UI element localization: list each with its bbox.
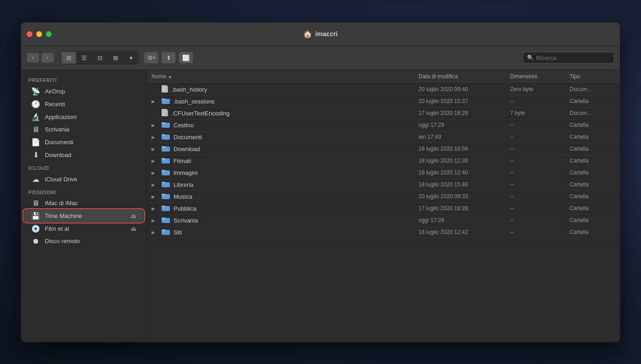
sidebar-item-download[interactable]: ⬇ Download [24,149,144,161]
svg-rect-19 [162,194,165,196]
eject-button-time-machine[interactable]: ⏏ [130,212,136,219]
minimize-button[interactable] [36,31,42,37]
file-row[interactable]: .CFUserTextEncoding17 luglio 2020 18:287… [147,108,620,120]
file-row[interactable]: .bash_history20 luglio 2020 09:40Zero by… [147,84,620,96]
sidebar-item-documenti[interactable]: 📄 Documenti [24,136,144,148]
sidebar-item-disco-remoto[interactable]: ⏺ Disco remoto [24,235,144,247]
svg-rect-15 [162,170,165,172]
expand-arrow-icon[interactable]: ▶ [152,99,158,104]
tag-button[interactable]: ⬜ [179,52,193,64]
expand-arrow-icon[interactable]: ▶ [152,123,158,128]
file-name-cell: ▶Immagini [152,169,418,177]
sidebar-item-applicazioni[interactable]: 🔬 Applicazioni [24,111,144,123]
file-row[interactable]: ▶.bash_sessions20 luglio 2020 15:37--Car… [147,96,620,108]
file-date-cell: 20 luglio 2020 15:37 [418,98,510,104]
search-box[interactable]: 🔍 Ricerca [523,52,614,64]
file-name-text: Cestino [174,122,194,129]
sidebar-item-scrivania[interactable]: 🖥 Scrivania [24,124,144,136]
expand-arrow-icon[interactable]: ▶ [152,158,158,163]
file-date-cell: oggi 17:29 [418,217,510,223]
column-date-header[interactable]: Data di modifica [418,73,510,80]
fullscreen-button[interactable] [46,31,52,37]
file-name-text: Scrivania [174,217,198,224]
file-type-cell: Cartella [570,229,615,235]
file-name-cell: ▶Download [152,145,418,153]
share-button[interactable]: ⬆ [161,52,176,64]
expand-arrow-icon[interactable]: ▶ [152,147,158,152]
file-row[interactable]: ▶Scrivaniaoggi 17:29--Cartella [147,215,620,227]
file-type-cell: Cartella [570,217,615,223]
sort-action-button[interactable]: ⚙ ▾ [144,52,158,64]
eject-button-film[interactable]: ⏏ [130,225,136,232]
close-button[interactable] [27,31,33,37]
expand-arrow-icon[interactable]: ▶ [152,194,158,199]
gear-icon: ⚙ [147,54,153,61]
file-date-cell: 17 luglio 2020 18:28 [418,205,510,212]
file-name-cell: .bash_history [152,85,418,94]
file-name-cell: .CFUserTextEncoding [152,109,418,118]
expand-arrow-icon[interactable]: ▶ [152,206,158,211]
view-icon-button[interactable]: ⊞ [61,52,76,64]
icloud-header: iCloud [21,162,147,173]
file-row[interactable]: ▶Pubblica17 luglio 2020 18:28--Cartella [147,203,620,215]
recenti-icon: 🕐 [31,100,40,109]
icloud-icon: ☁ [31,175,40,184]
file-row[interactable]: ▶Immagini18 luglio 2020 12:40--Cartella [147,167,620,179]
scrivania-icon: 🖥 [31,125,40,134]
tag-icon: ⬜ [182,54,190,61]
svg-rect-17 [162,182,165,184]
main-content: Preferiti 📡 AirDrop 🕐 Recenti 🔬 Applicaz… [21,70,620,342]
back-button[interactable]: ‹ [27,53,39,63]
view-columns-button[interactable]: ⊟ [92,52,107,64]
file-size-cell: -- [510,134,570,140]
expand-arrow-icon[interactable]: ▶ [152,135,158,140]
sidebar-item-airdrop[interactable]: 📡 AirDrop [24,85,144,98]
file-row[interactable]: ▶Cestinooggi 17:29--Cartella [147,120,620,131]
svg-rect-5 [167,110,168,116]
file-date-cell: 17 luglio 2020 18:28 [418,110,510,116]
file-type-cell: Cartella [570,158,615,164]
expand-arrow-icon[interactable]: ▶ [152,182,158,187]
expand-arrow-icon[interactable]: ▶ [152,218,158,223]
column-name-header[interactable]: Nome ▲ [152,73,418,80]
file-row[interactable]: ▶Siti18 luglio 2020 12:42--Cartella [147,227,620,239]
column-size-header[interactable]: Dimensioni [510,73,570,80]
file-row[interactable]: ▶Libreria18 luglio 2020 15:48--Cartella [147,179,620,191]
download-icon: ⬇ [31,151,40,159]
file-date-cell: 18 luglio 2020 15:48 [418,181,510,188]
file-date-cell: ieri 17:49 [418,134,510,140]
file-list-area: Nome ▲ Data di modifica Dimensioni Tipo … [147,70,620,342]
sidebar-item-film-et-al[interactable]: 💿 Film et al ⏏ [24,223,144,235]
file-name-text: Siti [174,229,182,236]
file-type-cell: Cartella [570,98,615,104]
expand-arrow-icon[interactable]: ▶ [152,170,158,175]
file-row[interactable]: ▶Filmati18 luglio 2020 12:39--Cartella [147,155,620,167]
expand-arrow-icon[interactable]: ▶ [152,230,158,235]
sidebar-item-imac[interactable]: 🖥 iMac di iMac [24,197,144,209]
file-name-cell: ▶Filmati [152,157,418,165]
window-title-area: 🏠 imaccri [303,30,337,38]
file-type-cell: Cartella [570,146,615,152]
file-row[interactable]: ▶Musica20 luglio 2020 09:33--Cartella [147,191,620,203]
file-name-cell: ▶Libreria [152,181,418,189]
svg-rect-9 [162,134,165,136]
sidebar-item-time-machine[interactable]: 💾 Time Machine ⏏ [24,210,144,222]
view-buttons: ⊞ ☰ ⊟ ⊠ ▾ [60,51,139,65]
folder-icon [162,217,170,224]
gallery-icon: ⊠ [113,54,118,61]
grid-icon: ⊞ [66,54,71,61]
view-list-button[interactable]: ☰ [77,52,92,64]
sidebar-item-recenti[interactable]: 🕐 Recenti [24,98,144,110]
search-icon: 🔍 [527,54,534,61]
column-type-header[interactable]: Tipo [570,73,615,80]
file-row[interactable]: ▶Download18 luglio 2020 16:58--Cartella [147,143,620,155]
share-icon: ⬆ [166,54,171,61]
airdrop-icon: 📡 [31,87,40,96]
file-type-cell: Docum... [570,110,615,116]
forward-button[interactable]: › [41,53,54,63]
sidebar-item-icloud-drive[interactable]: ☁ iCloud Drive [24,173,144,185]
view-gallery-button[interactable]: ⊠ [108,52,123,64]
view-dropdown-button[interactable]: ▾ [124,52,138,64]
file-type-cell: Cartella [570,193,615,200]
file-row[interactable]: ▶Documentiieri 17:49--Cartella [147,131,620,143]
